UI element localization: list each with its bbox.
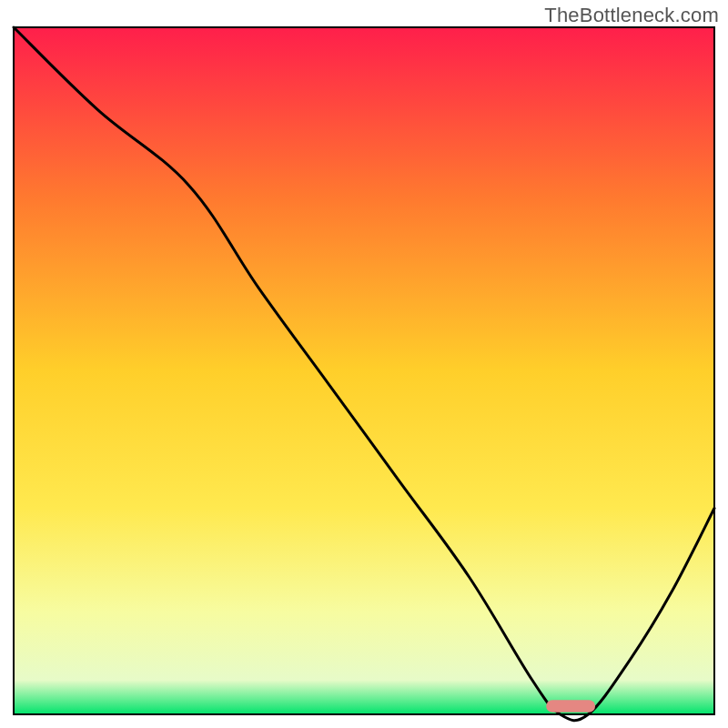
chart-svg <box>0 0 728 728</box>
watermark-text: TheBottleneck.com <box>544 4 719 27</box>
plot-group <box>14 27 714 721</box>
optimal-range-marker <box>546 700 595 713</box>
gradient-background <box>14 27 714 714</box>
chart-container: TheBottleneck.com <box>0 0 728 728</box>
